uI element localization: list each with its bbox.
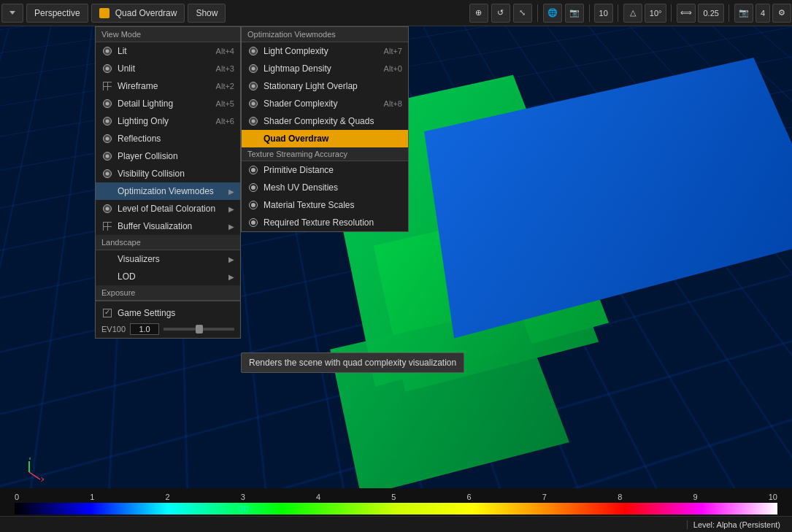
menu-item-reflections[interactable]: Reflections: [96, 130, 240, 147]
tooltip: Renders the scene with quad complexity v…: [241, 352, 464, 373]
menu-item-material-texture[interactable]: Material Texture Scales: [242, 196, 408, 214]
lod-sub-label: LOD: [118, 271, 226, 282]
camera-btn[interactable]: 📷: [565, 4, 584, 23]
lod-sub-arrow: ▶: [228, 273, 234, 281]
menu-item-unlit[interactable]: Unlit Alt+3: [96, 60, 240, 77]
grid-btn[interactable]: 🌐: [543, 4, 562, 23]
axis-indicator: X Y: [15, 458, 44, 488]
toolbar-dropdown-arrow[interactable]: [1, 4, 23, 23]
menu-item-shader-quads[interactable]: Shader Complexity & Quads: [242, 112, 408, 130]
menu-item-primitive-distance[interactable]: Primitive Distance: [242, 161, 408, 179]
camera2-btn[interactable]: 📷: [734, 4, 753, 23]
sep2: [589, 4, 590, 22]
unlit-shortcut: Alt+3: [216, 64, 234, 73]
texture-section-header: Texture Streaming Accuracy: [242, 147, 408, 161]
primitive-distance-label: Primitive Distance: [264, 165, 402, 175]
wireframe-label: Wireframe: [118, 81, 216, 91]
scale-2: 2: [166, 493, 170, 501]
player-collision-label: Player Collision: [118, 151, 234, 161]
right-number: 4: [756, 4, 770, 23]
light-complexity-label: Light Complexity: [264, 46, 384, 56]
menu-item-lod-sub[interactable]: LOD ▶: [96, 268, 240, 285]
reflections-icon: [101, 133, 113, 144]
menu-item-buffer[interactable]: Buffer Visualization ▶: [96, 217, 240, 235]
menu-item-lightmap-density[interactable]: Lightmap Density Alt+0: [242, 60, 408, 77]
visibility-collision-label: Visibility Collision: [118, 169, 234, 179]
menu-item-required-texture[interactable]: Required Texture Resolution: [242, 214, 408, 231]
player-collision-icon: [101, 150, 113, 162]
visualizers-label: Visualizers: [118, 254, 226, 264]
svg-text:X: X: [41, 476, 44, 483]
shader-complexity-icon: [247, 98, 259, 109]
transform-btn[interactable]: ⊕: [469, 4, 488, 23]
stationary-light-icon: [247, 80, 259, 92]
light-complexity-icon: [247, 45, 259, 57]
lit-shortcut: Alt+4: [216, 47, 234, 55]
game-settings-item[interactable]: Game Settings: [101, 304, 234, 322]
perspective-button[interactable]: Perspective: [26, 4, 88, 23]
lod-sub-icon: [101, 271, 113, 282]
sep1: [537, 4, 538, 22]
menu-item-optimization[interactable]: Optimization Viewmodes ▶: [96, 182, 240, 200]
lightmap-density-icon: [247, 63, 259, 74]
color-scale-bar: QD: [15, 503, 777, 514]
menu-item-lighting-only[interactable]: Lighting Only Alt+6: [96, 112, 240, 130]
menu-item-quad-overdraw[interactable]: Quad Overdraw: [242, 130, 408, 147]
menu-item-stationary-light[interactable]: Stationary Light Overlap: [242, 77, 408, 95]
lightmap-density-label: Lightmap Density: [264, 63, 384, 74]
scale-btn[interactable]: ⤡: [513, 4, 532, 23]
tooltip-text: Renders the scene with quad complexity v…: [249, 358, 456, 368]
menu-item-lit[interactable]: Lit Alt+4: [96, 42, 240, 60]
rotate-btn[interactable]: ↺: [491, 4, 510, 23]
wireframe-shortcut: Alt+2: [216, 82, 234, 90]
lit-label: Lit: [118, 46, 216, 56]
optimization-label: Optimization Viewmodes: [118, 186, 226, 196]
menu-item-player-collision[interactable]: Player Collision: [96, 147, 240, 165]
optimization-arrow: ▶: [228, 188, 234, 196]
ev100-slider[interactable]: [164, 328, 234, 331]
sep4: [671, 4, 672, 22]
color-scale-container: 0 1 2 3 4 5 6 7 8 9 10 QD: [0, 488, 792, 516]
view-mode-header: View Mode: [96, 27, 240, 42]
quad-overdraw-icon: [247, 133, 259, 144]
arrow-icon: [9, 11, 15, 15]
scale-1: 1: [90, 493, 94, 501]
buffer-label: Buffer Visualization: [118, 221, 226, 231]
lit-icon: [101, 45, 113, 57]
level-status: Level: Alpha (Persistent): [687, 520, 786, 529]
menu-item-mesh-uv[interactable]: Mesh UV Densities: [242, 179, 408, 196]
required-texture-label: Required Texture Resolution: [264, 217, 402, 228]
view-mode-icon: [99, 8, 109, 18]
scale-icon-btn[interactable]: ⟺: [677, 4, 696, 23]
settings-btn[interactable]: ⚙: [772, 4, 791, 23]
material-texture-label: Material Texture Scales: [264, 200, 402, 210]
menu-item-shader-complexity[interactable]: Shader Complexity Alt+8: [242, 95, 408, 112]
view-mode-button[interactable]: Quad Overdraw: [91, 4, 185, 23]
grid-size: 10: [594, 4, 613, 23]
menu-item-visualizers[interactable]: Visualizers ▶: [96, 250, 240, 268]
game-settings-checkbox: [101, 307, 113, 319]
buffer-arrow: ▶: [228, 223, 234, 231]
ev100-row: EV100: [101, 323, 234, 335]
lod-arrow: ▶: [228, 205, 234, 213]
detail-lighting-shortcut: Alt+5: [216, 99, 234, 108]
scale-4: 4: [316, 493, 320, 501]
scale-0: 0: [15, 493, 19, 501]
menu-item-wireframe[interactable]: Wireframe Alt+2: [96, 77, 240, 95]
shader-complexity-shortcut: Alt+8: [384, 99, 402, 108]
mesh-uv-icon: [247, 182, 259, 193]
menu-item-light-complexity[interactable]: Light Complexity Alt+7: [242, 42, 408, 60]
menu-item-lod[interactable]: Level of Detail Coloration ▶: [96, 200, 240, 217]
show-button[interactable]: Show: [188, 4, 226, 23]
scale-7: 7: [542, 493, 547, 501]
menu-item-detail-lighting[interactable]: Detail Lighting Alt+5: [96, 95, 240, 112]
reflections-label: Reflections: [118, 134, 234, 144]
shader-complexity-label: Shader Complexity: [264, 99, 384, 109]
unlit-label: Unlit: [118, 63, 216, 74]
menu-item-visibility-collision[interactable]: Visibility Collision: [96, 165, 240, 182]
angle-value: 10°: [645, 4, 667, 23]
view-mode-label: Quad Overdraw: [115, 8, 177, 18]
optimization-menu-header: Optimization Viewmodes: [242, 27, 408, 42]
ev100-input[interactable]: [130, 323, 159, 335]
angle-icon-btn[interactable]: △: [623, 4, 642, 23]
